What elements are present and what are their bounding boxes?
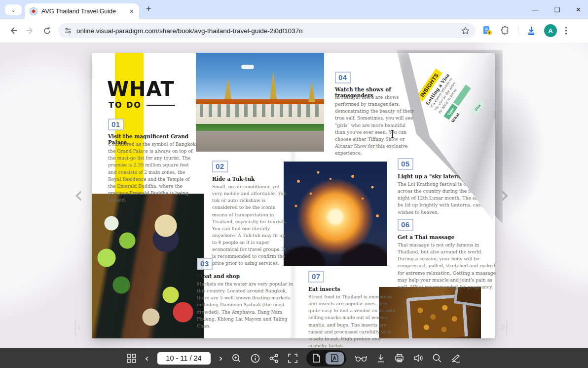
item-title: Eat insects	[308, 286, 392, 292]
browser-navbar: online.visual-paradigm.com/share/book/av…	[0, 19, 588, 42]
page-curl-content: INSIGHTS Getting a Visa If a visitor int…	[415, 48, 499, 131]
item-body: Considered as the symbol of Bangkok, the…	[108, 141, 198, 204]
print-button[interactable]	[394, 353, 404, 363]
page-curl-outer-shadow	[494, 63, 583, 260]
reload-button[interactable]	[38, 22, 55, 39]
text-cursor-ibeam	[390, 129, 395, 139]
bookmark-star-icon[interactable]	[461, 27, 470, 35]
download-button[interactable]	[376, 353, 386, 363]
profile-avatar[interactable]: A	[544, 24, 557, 37]
browser-titlebar: ⌄ AVG Thailand Travel Guide × + — ❑ ✕	[0, 0, 588, 19]
back-button[interactable]	[5, 22, 22, 39]
previous-page-button[interactable]: ‹	[145, 353, 149, 363]
chevron-down-icon: ⌄	[11, 7, 15, 13]
site-settings-icon[interactable]	[64, 27, 72, 35]
previous-page-arrow[interactable]: ‹	[74, 183, 83, 206]
flip-view-button-active[interactable]: A	[326, 352, 344, 365]
item-title: Ride a Tuk-tuk	[212, 176, 296, 182]
page-subtitle-text: TO DO	[109, 100, 142, 110]
item-number-badge: 05	[398, 158, 413, 170]
extensions-puzzle-icon[interactable]	[500, 26, 510, 36]
search-button[interactable]	[432, 353, 442, 363]
item-number-badge: 01	[108, 119, 124, 130]
visual-paradigm-favicon-icon	[30, 7, 37, 15]
info-button[interactable]	[250, 353, 260, 364]
skip-to-first-page[interactable]: |‹	[73, 318, 80, 335]
zoom-in-button[interactable]	[231, 353, 242, 364]
audio-button[interactable]	[413, 353, 424, 363]
photo-sky-lantern	[284, 162, 387, 266]
url-bar[interactable]: online.visual-paradigm.com/share/book/av…	[58, 23, 476, 38]
accessibility-glasses-button[interactable]	[355, 354, 368, 363]
cloud	[241, 65, 254, 69]
curl-visa-chip: Visa	[471, 99, 485, 116]
book-spread[interactable]: WHAT TO DO 01 Visit the magnificent Gran…	[92, 53, 495, 338]
item-body: Street food in Thailand is enormous and …	[308, 293, 396, 348]
item-body: In Pattaya, there are shows performed by…	[335, 94, 414, 157]
photo-grand-palace	[196, 53, 324, 152]
viewer-toolbar: ‹ 10 - 11 / 24 › A	[0, 348, 588, 368]
url-text[interactable]: online.visual-paradigm.com/share/book/av…	[76, 27, 457, 35]
item-body: Markets on the water are very popular in…	[197, 281, 298, 329]
item-number-badge: 02	[212, 161, 228, 172]
page-subtitle: TO DO	[109, 100, 175, 110]
next-page-button[interactable]: ›	[219, 353, 223, 363]
browser-window: ⌄ AVG Thailand Travel Guide × + — ❑ ✕ o	[0, 0, 588, 368]
tab-close-icon[interactable]: ×	[128, 7, 135, 15]
fullscreen-button[interactable]	[288, 353, 298, 364]
signature-pen-button[interactable]	[450, 353, 462, 363]
browser-menu-kebab-icon[interactable]	[565, 26, 567, 35]
palace-windows	[200, 104, 320, 117]
window-maximize-button[interactable]: ❑	[554, 6, 560, 13]
share-button[interactable]	[269, 353, 279, 364]
skip-to-last-page[interactable]: ›|	[500, 318, 507, 335]
window-close-button[interactable]: ✕	[576, 6, 581, 13]
item-body: Small, no air-conditioner, yet very mobi…	[212, 183, 290, 267]
view-mode-toggle: A	[306, 350, 346, 367]
reading-list-icon[interactable]	[482, 26, 492, 36]
window-minimize-button[interactable]: —	[532, 6, 538, 13]
thumbnails-grid-button[interactable]	[126, 353, 137, 364]
item-number-badge: 04	[335, 72, 351, 83]
item-number-badge: 03	[197, 258, 213, 270]
item-number-badge: 06	[398, 219, 413, 231]
toolbar-separator	[518, 26, 518, 35]
item-number-badge: 07	[308, 271, 324, 283]
tab-search-button[interactable]: ⌄	[5, 4, 22, 15]
item-title: Get a Thai massage	[398, 234, 496, 240]
single-page-view-button[interactable]	[309, 353, 324, 363]
forward-button[interactable]	[22, 22, 38, 39]
flipbook-stage: ‹ › |‹ ›| WHAT TO DO 01	[0, 42, 588, 348]
browser-tab[interactable]: AVG Thailand Travel Guide ×	[25, 3, 139, 19]
downloads-icon[interactable]	[526, 26, 536, 36]
tab-title: AVG Thailand Travel Guide	[41, 8, 124, 15]
page-indicator[interactable]: 10 - 11 / 24	[157, 352, 211, 365]
photo-floating-market	[92, 194, 204, 338]
page-title: WHAT	[107, 77, 175, 100]
item-body: Thai massage is not only famous in Thail…	[398, 242, 496, 290]
new-tab-button[interactable]: +	[146, 4, 151, 14]
item-title: Float and shop	[197, 273, 295, 279]
